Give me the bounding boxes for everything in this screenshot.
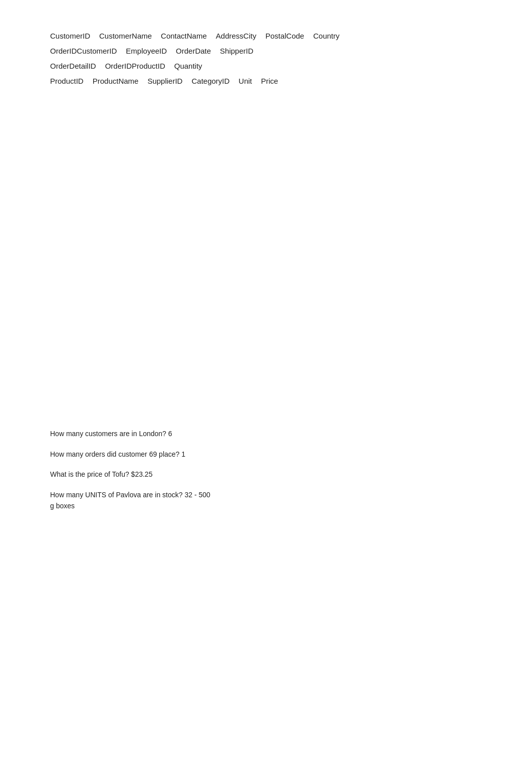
customers-row: CustomerID CustomerName ContactName Addr… <box>50 30 482 42</box>
field-orderidproductid: OrderIDProductID <box>105 60 165 72</box>
field-productid: ProductID <box>50 75 84 87</box>
field-employeeid: EmployeeID <box>126 45 167 57</box>
field-price: Price <box>261 75 278 87</box>
field-addresscity: AddressCity <box>216 30 256 42</box>
field-customerid: CustomerID <box>50 30 90 42</box>
field-contactname: ContactName <box>161 30 207 42</box>
field-orderdate: OrderDate <box>176 45 211 57</box>
qa-item-2: How many orders did customer 69 place? 1 <box>50 449 210 460</box>
qa-text-4: How many UNITS of Pavlova are in stock? … <box>50 491 210 510</box>
field-orderdetailid: OrderDetailID <box>50 60 96 72</box>
field-shipperid: ShipperID <box>220 45 253 57</box>
field-quantity: Quantity <box>174 60 202 72</box>
orderdetails-row: OrderDetailID OrderIDProductID Quantity <box>50 60 482 72</box>
field-country: Country <box>313 30 340 42</box>
field-unit: Unit <box>238 75 252 87</box>
qa-item-1: How many customers are in London? 6 <box>50 428 210 440</box>
qa-text-3: What is the price of Tofu? $23.25 <box>50 470 152 478</box>
products-row: ProductID ProductName SupplierID Categor… <box>50 75 482 87</box>
field-categoryid: CategoryID <box>191 75 229 87</box>
field-orderidcustomerid: OrderIDCustomerID <box>50 45 117 57</box>
field-productname: ProductName <box>93 75 139 87</box>
qa-text-2: How many orders did customer 69 place? 1 <box>50 450 185 458</box>
qa-text-1: How many customers are in London? 6 <box>50 430 172 438</box>
field-customername: CustomerName <box>99 30 152 42</box>
field-supplierid: SupplierID <box>147 75 182 87</box>
qa-section: How many customers are in London? 6 How … <box>50 428 482 512</box>
schema-section: CustomerID CustomerName ContactName Addr… <box>50 30 482 87</box>
qa-item-4: How many UNITS of Pavlova are in stock? … <box>50 489 210 512</box>
field-postalcode: PostalCode <box>265 30 305 42</box>
orders-row: OrderIDCustomerID EmployeeID OrderDate S… <box>50 45 482 57</box>
qa-item-3: What is the price of Tofu? $23.25 <box>50 469 210 480</box>
